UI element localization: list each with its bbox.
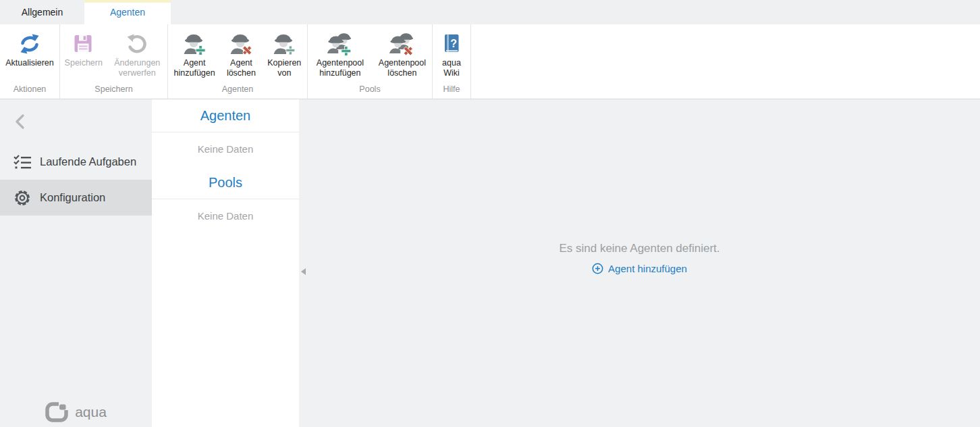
tab-allgemein-label: Allgemein bbox=[22, 7, 63, 18]
panel-section-pools-empty: Keine Daten bbox=[152, 199, 299, 233]
add-agentpool-button[interactable]: Agentenpool hinzufügen bbox=[308, 28, 372, 83]
navigation-sidebar: Laufende Aufgaben Konfiguration bbox=[0, 99, 152, 427]
aqua-wiki-button[interactable]: ? aqua Wiki bbox=[435, 28, 468, 83]
panel-section-agenten-title: Agenten bbox=[152, 99, 299, 132]
ribbon-group-pools-label: Pools bbox=[308, 83, 432, 99]
ribbon-group-aktionen: Aktualisieren Aktionen bbox=[0, 24, 60, 99]
ribbon-group-pools: Agentenpool hinzufügen Agenten bbox=[308, 24, 433, 99]
ribbon-group-aktionen-label: Aktionen bbox=[0, 83, 59, 99]
add-agentpool-button-label: Agentenpool hinzufügen bbox=[310, 58, 371, 78]
delete-agent-button-label: Agent löschen bbox=[223, 58, 259, 78]
refresh-button[interactable]: Aktualisieren bbox=[1, 28, 59, 83]
tab-agenten-label: Agenten bbox=[110, 7, 145, 18]
wiki-question-glyph: ? bbox=[450, 38, 457, 49]
add-agent-link-label: Agent hinzufügen bbox=[608, 263, 687, 274]
tab-agenten[interactable]: Agenten bbox=[84, 0, 171, 24]
ribbon-tab-bar: Allgemein Agenten bbox=[0, 0, 980, 24]
agent-copy-icon bbox=[271, 30, 298, 58]
agents-pools-panel: Agenten Keine Daten Pools Keine Daten bbox=[152, 99, 299, 427]
agent-add-icon bbox=[181, 30, 208, 58]
wiki-book-icon: ? bbox=[442, 30, 461, 58]
agents-configuration-window: Allgemein Agenten bbox=[0, 0, 980, 427]
agent-delete-icon bbox=[227, 30, 254, 58]
gear-icon bbox=[13, 189, 32, 207]
refresh-icon bbox=[17, 30, 43, 58]
no-agents-message: Es sind keine Agenten definiert. bbox=[559, 242, 719, 255]
active-tab-stripe bbox=[84, 0, 171, 3]
sidebar-item-laufende-aufgaben-label: Laufende Aufgaben bbox=[40, 155, 136, 168]
save-floppy-icon bbox=[74, 30, 94, 58]
panel-section-pools-title: Pools bbox=[152, 166, 299, 199]
panel-section-agenten-empty: Keine Daten bbox=[152, 132, 299, 166]
panel-collapse-handle[interactable] bbox=[301, 268, 306, 275]
ribbon-group-agenten: Agent hinzufügen Agent löschen bbox=[168, 24, 308, 99]
sidebar-item-laufende-aufgaben[interactable]: Laufende Aufgaben bbox=[0, 144, 152, 180]
save-button-label: Speichern bbox=[65, 58, 103, 68]
discard-changes-button[interactable]: Änderungen verwerfen bbox=[108, 28, 167, 83]
agentpool-delete-icon bbox=[387, 30, 418, 58]
task-list-icon bbox=[13, 153, 32, 172]
save-button[interactable]: Speichern bbox=[61, 28, 107, 83]
copy-agent-button[interactable]: Kopieren von bbox=[263, 28, 306, 83]
circled-plus-icon bbox=[592, 263, 603, 274]
sidebar-nav: Laufende Aufgaben Konfiguration bbox=[0, 144, 152, 216]
ribbon-group-speichern: Speichern Änderungen verwerfen Speichern bbox=[60, 24, 168, 99]
refresh-button-label: Aktualisieren bbox=[5, 58, 54, 68]
delete-agentpool-button[interactable]: Agentenpool löschen bbox=[373, 28, 431, 83]
empty-state: Es sind keine Agenten definiert. Agent h… bbox=[559, 242, 719, 274]
ribbon-toolbar: Aktualisieren Aktionen bbox=[0, 24, 980, 99]
sidebar-back-button[interactable] bbox=[12, 113, 30, 130]
ribbon-group-hilfe: ? aqua Wiki Hilfe bbox=[433, 24, 471, 99]
delete-agentpool-button-label: Agentenpool löschen bbox=[375, 58, 430, 78]
agentpool-add-icon bbox=[325, 30, 356, 58]
detail-area: Es sind keine Agenten definiert. Agent h… bbox=[299, 99, 980, 427]
chevron-left-icon bbox=[12, 113, 30, 130]
add-agent-link[interactable]: Agent hinzufügen bbox=[592, 263, 687, 274]
aqua-logo-icon bbox=[45, 401, 70, 423]
undo-icon bbox=[126, 30, 148, 58]
add-agent-button[interactable]: Agent hinzufügen bbox=[169, 28, 220, 83]
ribbon-group-agenten-label: Agenten bbox=[168, 83, 307, 99]
add-agent-button-label: Agent hinzufügen bbox=[170, 58, 219, 78]
copy-agent-button-label: Kopieren von bbox=[264, 58, 305, 78]
tab-allgemein[interactable]: Allgemein bbox=[0, 0, 84, 24]
ribbon-group-hilfe-label: Hilfe bbox=[433, 83, 470, 99]
ribbon-group-speichern-label: Speichern bbox=[60, 83, 167, 99]
sidebar-item-konfiguration[interactable]: Konfiguration bbox=[0, 180, 152, 216]
aqua-logo-text: aqua bbox=[75, 404, 107, 420]
aqua-wiki-button-label: aqua Wiki bbox=[436, 58, 467, 78]
discard-changes-button-label: Änderungen verwerfen bbox=[109, 58, 165, 78]
delete-agent-button[interactable]: Agent löschen bbox=[221, 28, 261, 83]
aqua-logo: aqua bbox=[0, 401, 152, 423]
sidebar-item-konfiguration-label: Konfiguration bbox=[40, 191, 105, 204]
content-area: Laufende Aufgaben Konfiguration bbox=[0, 99, 980, 427]
